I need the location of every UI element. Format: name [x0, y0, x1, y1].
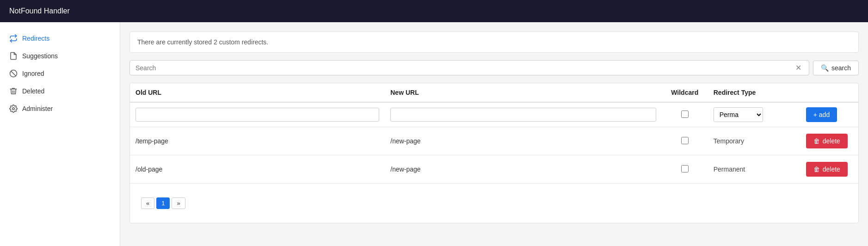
row1-delete-button[interactable]: 🗑 delete	[806, 134, 848, 148]
sidebar-item-label-administer: Administer	[22, 105, 53, 112]
new-wildcard-checkbox[interactable]	[681, 111, 689, 118]
search-row: ✕ 🔍 search	[129, 60, 859, 75]
search-field-container: ✕	[129, 60, 809, 75]
sidebar-item-label-suggestions: Suggestions	[22, 52, 58, 60]
row1-wildcard	[662, 127, 708, 155]
add-redirect-button[interactable]: + add	[806, 107, 837, 122]
sidebar: Redirects Suggestions Ignored	[0, 22, 120, 246]
delete-icon-1: 🗑	[813, 137, 820, 145]
delete-icon-2: 🗑	[813, 166, 820, 173]
row1-old-url: /temp-page	[130, 127, 385, 155]
col-header-actions	[800, 83, 858, 102]
row2-actions: 🗑 delete	[800, 155, 858, 184]
sidebar-item-redirects[interactable]: Redirects	[0, 30, 120, 47]
new-old-url-input[interactable]	[135, 108, 379, 122]
row1-wildcard-checkbox[interactable]	[681, 137, 689, 144]
deleted-icon	[9, 87, 18, 95]
pagination-cell: « 1 »	[130, 184, 858, 223]
row2-wildcard-checkbox[interactable]	[681, 165, 689, 172]
search-button[interactable]: 🔍 search	[813, 61, 859, 75]
search-button-label: search	[831, 64, 851, 72]
app-title: NotFound Handler	[9, 7, 70, 15]
search-clear-button[interactable]: ✕	[794, 63, 803, 72]
pagination-next[interactable]: »	[172, 197, 185, 209]
sidebar-item-label-deleted: Deleted	[22, 87, 44, 95]
sidebar-item-administer[interactable]: Administer	[0, 100, 120, 117]
redirects-table: Old URL New URL Wildcard Redirect Type	[130, 83, 858, 223]
new-type-cell: Perma Temporary Permanent	[708, 102, 800, 127]
info-message: There are currently stored 2 custom redi…	[137, 38, 268, 46]
row1-type: Temporary	[708, 127, 800, 155]
pagination-row: « 1 »	[130, 184, 858, 223]
sidebar-item-suggestions[interactable]: Suggestions	[0, 47, 120, 65]
sidebar-item-label-redirects: Redirects	[22, 35, 49, 42]
sidebar-item-label-ignored: Ignored	[22, 70, 44, 77]
pagination: « 1 »	[135, 190, 853, 216]
new-new-url-input[interactable]	[390, 108, 656, 122]
redirects-icon	[9, 34, 18, 43]
main-content: There are currently stored 2 custom redi…	[120, 22, 868, 246]
administer-icon	[9, 105, 18, 113]
pagination-page-1[interactable]: 1	[156, 197, 170, 209]
new-wildcard-cell	[662, 102, 708, 127]
row2-old-url: /old-page	[130, 155, 385, 184]
table-row: /old-page /new-page Permanent	[130, 155, 858, 184]
row2-type: Permanent	[708, 155, 800, 184]
table-row: /temp-page /new-page Temporary	[130, 127, 858, 155]
pagination-prev[interactable]: «	[141, 197, 154, 209]
sidebar-item-deleted[interactable]: Deleted	[0, 82, 120, 100]
new-type-select[interactable]: Perma Temporary Permanent	[714, 107, 763, 122]
row2-delete-button[interactable]: 🗑 delete	[806, 162, 848, 177]
col-header-new-url: New URL	[385, 83, 662, 102]
row2-new-url: /new-page	[385, 155, 662, 184]
topbar: NotFound Handler	[0, 0, 868, 22]
col-header-old-url: Old URL	[130, 83, 385, 102]
sidebar-item-ignored[interactable]: Ignored	[0, 65, 120, 82]
row1-actions: 🗑 delete	[800, 127, 858, 155]
svg-line-1	[11, 71, 16, 76]
row2-wildcard	[662, 155, 708, 184]
add-redirect-row: Perma Temporary Permanent + add	[130, 102, 858, 127]
main-layout: Redirects Suggestions Ignored	[0, 22, 868, 246]
table-header-row: Old URL New URL Wildcard Redirect Type	[130, 83, 858, 102]
search-input[interactable]	[135, 64, 794, 72]
col-header-wildcard: Wildcard	[662, 83, 708, 102]
suggestions-icon	[9, 52, 18, 60]
ignored-icon	[9, 69, 18, 78]
new-new-url-cell	[385, 102, 662, 127]
info-box: There are currently stored 2 custom redi…	[129, 31, 859, 53]
redirects-table-container: Old URL New URL Wildcard Redirect Type	[129, 83, 859, 223]
search-icon: 🔍	[821, 64, 829, 72]
new-old-url-cell	[130, 102, 385, 127]
row1-new-url: /new-page	[385, 127, 662, 155]
add-action-cell: + add	[800, 102, 858, 127]
col-header-redirect-type: Redirect Type	[708, 83, 800, 102]
svg-point-2	[12, 108, 15, 110]
